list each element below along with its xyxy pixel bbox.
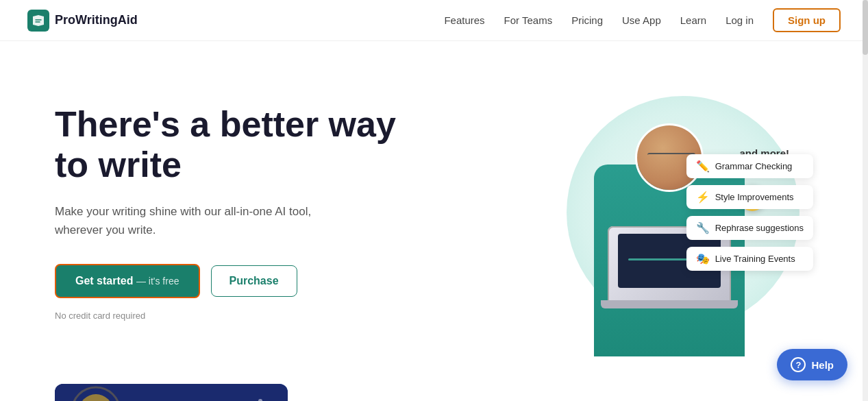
help-label: Help — [811, 359, 834, 371]
bottom-image-art — [55, 384, 288, 401]
purchase-button[interactable]: Purchase — [211, 265, 297, 297]
nav-use-app[interactable]: Use App — [622, 14, 661, 26]
badge-grammar: ✏️ Grammar Checking — [686, 154, 813, 178]
help-button[interactable]: ? Help — [777, 349, 847, 380]
free-label: — it's free — [136, 276, 179, 287]
signup-button[interactable]: Sign up — [773, 8, 841, 32]
badge-style: ⚡ Style Improvements — [686, 185, 813, 209]
badge-training-label: Live Training Events — [715, 254, 795, 264]
bottom-image — [55, 384, 288, 401]
laptop-base — [601, 300, 738, 308]
badge-rephrase-label: Rephrase suggestions — [715, 223, 804, 233]
hero-right: ⭐ ...and more! ✏️ Grammar Checking ⚡ Sty… — [411, 82, 827, 343]
hero-buttons: Get started — it's free Purchase — [55, 264, 411, 298]
badge-training: 🎭 Live Training Events — [686, 247, 813, 271]
brand-name: ProWritingAid — [55, 13, 138, 27]
scrollbar-thumb[interactable] — [863, 0, 868, 55]
grammar-icon: ✏️ — [696, 160, 710, 173]
help-icon: ? — [791, 357, 806, 372]
scrollbar[interactable] — [863, 0, 868, 401]
bottom-heading: Do you feel like your writing lets you d… — [343, 398, 813, 401]
hero-title: There's a better way to write — [55, 104, 411, 186]
nav-pricing[interactable]: Pricing — [571, 14, 603, 26]
bottom-section: Do you feel like your writing lets you d… — [0, 370, 868, 401]
nav-links: Features For Teams Pricing Use App Learn… — [444, 8, 841, 32]
no-credit-text: No credit card required — [55, 311, 411, 321]
nav-learn[interactable]: Learn — [680, 14, 706, 26]
rephrase-icon: 🔧 — [696, 221, 710, 234]
badge-grammar-label: Grammar Checking — [715, 161, 793, 171]
hero-section: There's a better way to write Make your … — [0, 41, 868, 370]
badge-rephrase: 🔧 Rephrase suggestions — [686, 216, 813, 240]
login-button[interactable]: Log in — [726, 14, 754, 26]
logo-icon — [27, 10, 49, 32]
training-icon: 🎭 — [696, 252, 710, 265]
bottom-text-area: Do you feel like your writing lets you d… — [343, 384, 813, 401]
navbar: ProWritingAid Features For Teams Pricing… — [0, 0, 868, 41]
style-icon: ⚡ — [696, 191, 710, 204]
badge-style-label: Style Improvements — [715, 192, 794, 202]
get-started-button[interactable]: Get started — it's free — [55, 264, 200, 298]
hero-left: There's a better way to write Make your … — [55, 104, 411, 321]
nav-features[interactable]: Features — [444, 14, 484, 26]
logo[interactable]: ProWritingAid — [27, 10, 138, 32]
feature-badges: ✏️ Grammar Checking ⚡ Style Improvements… — [686, 154, 813, 271]
get-started-label: Get started — [75, 275, 133, 287]
nav-for-teams[interactable]: For Teams — [504, 14, 553, 26]
hero-subtitle: Make your writing shine with our all-in-… — [55, 202, 315, 239]
